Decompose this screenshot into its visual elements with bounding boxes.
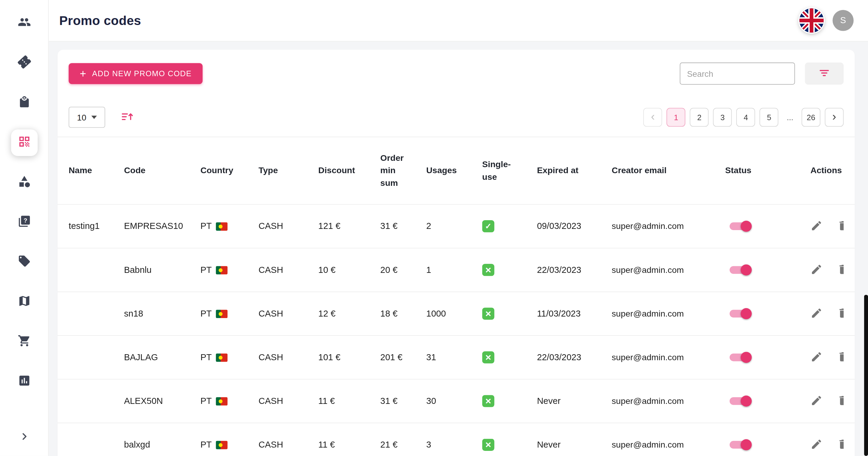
filter-icon	[818, 67, 830, 80]
cell-status	[725, 437, 810, 452]
column-header-usages[interactable]: Usages	[426, 164, 482, 177]
faq-icon: ?	[18, 215, 31, 230]
tag-icon	[18, 255, 31, 270]
edit-button[interactable]	[810, 438, 823, 452]
status-toggle[interactable]	[728, 263, 752, 277]
sidebar-item-orders[interactable]	[11, 90, 37, 116]
single-use-icon: ✕	[482, 439, 494, 451]
page-size-select[interactable]: 10	[69, 107, 105, 128]
cell-type: CASH	[258, 352, 318, 362]
cell-usages: 2	[426, 221, 482, 231]
column-header-actions: Actions	[810, 164, 844, 177]
pagination-page-4[interactable]: 4	[736, 108, 755, 127]
pagination-page-1[interactable]: 1	[667, 108, 685, 127]
table-row: sn18 PT CASH 12 € 18 € 1000 ✕ 11/03/2023…	[58, 292, 855, 336]
status-toggle[interactable]	[728, 219, 752, 233]
pagination-page-3[interactable]: 3	[713, 108, 732, 127]
pagination-next-button[interactable]: ›	[825, 108, 844, 127]
list-controls: 10 ‹ 1 2 3 4 5 ... 26	[58, 107, 855, 128]
cell-creator-email: super@admin.com	[612, 221, 725, 231]
edit-pencil-icon	[810, 306, 823, 321]
plus-icon: +	[80, 68, 87, 79]
delete-button[interactable]	[837, 263, 844, 277]
cell-order-min-sum: 31 €	[380, 221, 426, 231]
sidebar-item-tags[interactable]	[11, 249, 37, 275]
sidebar-item-faq[interactable]: ?	[11, 209, 37, 235]
cell-single-use: ✕	[482, 439, 537, 451]
column-header-discount[interactable]: Discount	[318, 164, 380, 177]
delete-button[interactable]	[837, 219, 844, 233]
edit-pencil-icon	[810, 438, 823, 452]
cell-actions	[810, 351, 844, 364]
portugal-flag-icon	[216, 441, 228, 449]
status-toggle[interactable]	[728, 350, 752, 365]
cell-order-min-sum: 18 €	[380, 309, 426, 319]
uk-flag-icon[interactable]	[799, 8, 824, 33]
column-header-expired-at[interactable]: Expired at	[537, 164, 612, 177]
categories-icon	[18, 175, 31, 190]
pagination-page-5[interactable]: 5	[760, 108, 778, 127]
cell-actions	[810, 219, 844, 233]
cell-code: sn18	[124, 309, 200, 319]
edit-pencil-icon	[810, 351, 823, 364]
sort-button[interactable]	[121, 110, 134, 125]
add-promo-code-button[interactable]: + ADD NEW PROMO CODE	[69, 63, 203, 84]
column-header-name[interactable]: Name	[69, 164, 124, 177]
scrollbar[interactable]	[864, 295, 868, 456]
sidebar-item-categories[interactable]	[11, 169, 37, 196]
edit-button[interactable]	[810, 394, 823, 408]
pagination-page-2[interactable]: 2	[690, 108, 709, 127]
trash-icon	[837, 351, 844, 364]
column-header-single-use[interactable]: Single-use	[482, 158, 524, 183]
cell-discount: 11 €	[318, 396, 380, 406]
delete-button[interactable]	[837, 306, 844, 321]
column-header-order-min-sum[interactable]: Order min sum	[380, 152, 415, 190]
column-header-code[interactable]: Code	[124, 164, 200, 177]
status-toggle[interactable]	[728, 437, 752, 452]
sidebar-item-cart[interactable]	[11, 329, 37, 355]
app-window: ? Promo codes	[0, 0, 868, 456]
pagination-prev-button[interactable]: ‹	[644, 108, 662, 127]
delete-button[interactable]	[837, 394, 844, 408]
pagination-page-26[interactable]: 26	[802, 108, 820, 127]
cell-code: BAJLAG	[124, 352, 200, 362]
cell-order-min-sum: 21 €	[380, 440, 426, 450]
cell-type: CASH	[258, 309, 318, 319]
sidebar-item-statistics[interactable]	[11, 368, 37, 395]
cell-expired-at: 22/03/2023	[537, 265, 612, 275]
sidebar-item-map[interactable]	[11, 289, 37, 315]
avatar[interactable]: S	[832, 10, 854, 31]
table-row: testing1 EMPRESAS10 PT CASH 121 € 31 € 2…	[58, 205, 855, 249]
portugal-flag-icon	[216, 353, 228, 362]
sidebar-item-users[interactable]	[11, 10, 37, 36]
delete-button[interactable]	[837, 351, 844, 364]
delete-button[interactable]	[837, 438, 844, 452]
column-header-creator-email[interactable]: Creator email	[612, 164, 725, 177]
edit-button[interactable]	[810, 306, 823, 321]
cell-actions	[810, 263, 844, 277]
trash-icon	[837, 438, 844, 452]
sidebar-item-promo-codes[interactable]	[11, 130, 37, 156]
sidebar-collapse-button[interactable]	[13, 426, 35, 448]
edit-button[interactable]	[810, 351, 823, 364]
map-icon	[18, 294, 31, 310]
sort-ascending-icon	[121, 110, 134, 125]
cell-country: PT	[200, 265, 258, 275]
cell-single-use: ✕	[482, 264, 537, 276]
column-header-type[interactable]: Type	[258, 164, 318, 177]
status-toggle[interactable]	[728, 394, 752, 409]
qr-code-icon	[18, 135, 31, 150]
cell-name: testing1	[69, 221, 124, 231]
status-toggle[interactable]	[728, 306, 752, 321]
cell-usages: 30	[426, 396, 482, 406]
topbar-right: S	[799, 8, 854, 33]
search-input[interactable]	[680, 63, 795, 85]
single-use-icon: ✕	[482, 264, 494, 276]
filter-button[interactable]	[805, 63, 844, 85]
column-header-country[interactable]: Country	[200, 164, 258, 177]
sidebar-item-coupons[interactable]	[11, 50, 37, 76]
country-code: PT	[200, 352, 212, 362]
edit-button[interactable]	[810, 263, 823, 277]
edit-button[interactable]	[810, 219, 823, 233]
column-header-status[interactable]: Status	[725, 164, 810, 177]
